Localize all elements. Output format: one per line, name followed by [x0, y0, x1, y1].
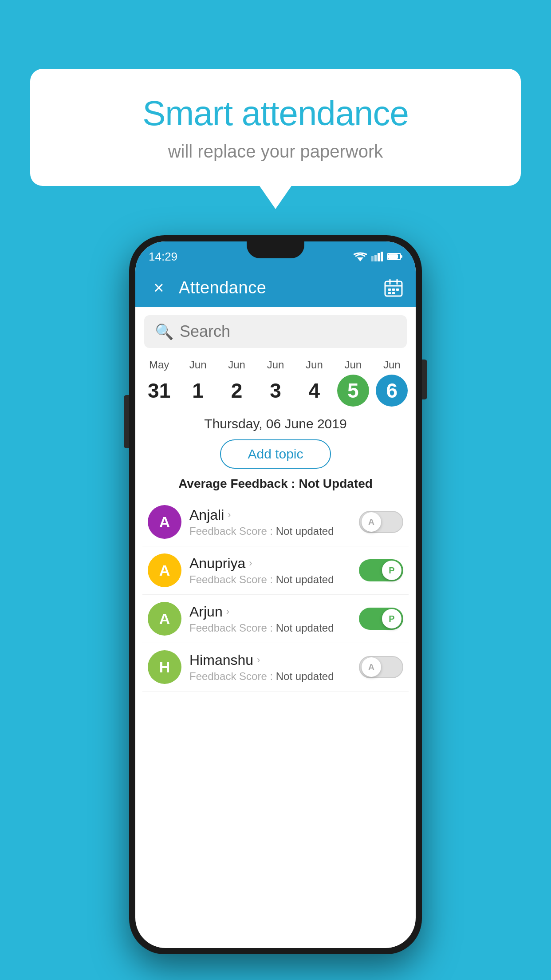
- phone-inner: 14:29 × Attendance: [135, 241, 416, 948]
- phone-outer: 14:29 × Attendance: [129, 235, 422, 954]
- toggle-knob-0: A: [362, 512, 381, 532]
- svg-rect-3: [378, 253, 380, 261]
- close-button[interactable]: ×: [148, 278, 170, 298]
- status-icons: [354, 252, 402, 261]
- phone-wrapper: 14:29 × Attendance: [129, 235, 422, 954]
- calendar-day-5[interactable]: Jun 5: [334, 356, 372, 409]
- toggle-knob-2: P: [382, 609, 401, 628]
- student-name-3: Himanshu ›: [189, 652, 351, 668]
- student-item-1[interactable]: A Anupriya › Feedback Score : Not update…: [142, 546, 409, 595]
- calendar-day-1[interactable]: Jun 1: [178, 356, 217, 409]
- student-name-1: Anupriya ›: [189, 555, 351, 572]
- student-info-3: Himanshu › Feedback Score : Not updated: [189, 652, 351, 683]
- search-input[interactable]: [180, 322, 396, 341]
- svg-rect-2: [374, 255, 377, 261]
- cal-month-2: Jun: [217, 359, 256, 371]
- student-info-0: Anjali › Feedback Score : Not updated: [189, 507, 351, 537]
- cal-date-5: 5: [337, 375, 369, 407]
- cal-date-0: 31: [143, 375, 175, 407]
- cal-month-0: May: [140, 359, 178, 371]
- feedback-score-0: Feedback Score : Not updated: [189, 525, 351, 537]
- chevron-icon-2: ›: [226, 606, 229, 617]
- app-header: × Attendance: [135, 268, 416, 307]
- calendar-header-icon[interactable]: [384, 278, 403, 297]
- selected-date: Thursday, 06 June 2019: [135, 416, 416, 431]
- chevron-icon-0: ›: [228, 509, 231, 521]
- add-topic-button[interactable]: Add topic: [220, 439, 331, 469]
- status-time: 14:29: [149, 250, 177, 264]
- bubble-subtitle: will replace your paperwork: [57, 142, 494, 162]
- phone-notch: [247, 241, 304, 258]
- svg-rect-16: [392, 292, 395, 294]
- feedback-score-3: Feedback Score : Not updated: [189, 670, 351, 683]
- cal-date-1: 1: [182, 375, 214, 407]
- cal-month-6: Jun: [373, 359, 411, 371]
- calendar-day-6[interactable]: Jun 6: [373, 356, 411, 409]
- student-list: A Anjali › Feedback Score : Not updated …: [135, 498, 416, 692]
- student-avatar-3: H: [148, 650, 181, 684]
- svg-rect-14: [396, 288, 399, 291]
- svg-rect-13: [392, 288, 395, 291]
- avg-feedback: Average Feedback : Not Updated: [135, 477, 416, 491]
- calendar-row: May 31 Jun 1 Jun 2 Jun 3 Jun 4 Jun 5 Jun…: [135, 356, 416, 409]
- toggle-knob-3: A: [362, 657, 381, 677]
- student-avatar-0: A: [148, 505, 181, 539]
- student-item-2[interactable]: A Arjun › Feedback Score : Not updated P: [142, 595, 409, 643]
- cal-month-1: Jun: [178, 359, 217, 371]
- cal-date-4: 4: [298, 375, 330, 407]
- attendance-toggle-1[interactable]: P: [359, 559, 403, 581]
- feedback-score-1: Feedback Score : Not updated: [189, 573, 351, 586]
- battery-icon: [387, 253, 402, 261]
- cal-date-3: 3: [260, 375, 291, 407]
- avg-feedback-label: Average Feedback :: [178, 477, 295, 490]
- signal-icon: [371, 252, 383, 261]
- student-info-1: Anupriya › Feedback Score : Not updated: [189, 555, 351, 586]
- cal-month-4: Jun: [295, 359, 334, 371]
- search-icon: 🔍: [155, 323, 173, 340]
- student-info-2: Arjun › Feedback Score : Not updated: [189, 604, 351, 634]
- speech-bubble: Smart attendance will replace your paper…: [30, 69, 521, 186]
- avg-feedback-value: Not Updated: [299, 477, 372, 490]
- wifi-icon: [354, 252, 367, 261]
- calendar-day-0[interactable]: May 31: [140, 356, 178, 409]
- attendance-toggle-0[interactable]: A: [359, 511, 403, 533]
- header-title: Attendance: [179, 278, 375, 297]
- student-name-2: Arjun ›: [189, 604, 351, 620]
- student-name-0: Anjali ›: [189, 507, 351, 523]
- chevron-icon-1: ›: [249, 557, 252, 569]
- svg-rect-15: [388, 292, 391, 294]
- bubble-title: Smart attendance: [57, 93, 494, 134]
- svg-rect-4: [381, 252, 383, 261]
- toggle-knob-1: P: [382, 561, 401, 580]
- search-container: 🔍: [144, 315, 407, 348]
- calendar-day-4[interactable]: Jun 4: [295, 356, 334, 409]
- feedback-score-2: Feedback Score : Not updated: [189, 622, 351, 634]
- svg-marker-0: [357, 257, 363, 261]
- attendance-toggle-3[interactable]: A: [359, 656, 403, 678]
- calendar-day-3[interactable]: Jun 3: [256, 356, 295, 409]
- student-avatar-2: A: [148, 602, 181, 636]
- attendance-toggle-2[interactable]: P: [359, 608, 403, 630]
- cal-date-2: 2: [221, 375, 253, 407]
- cal-date-6: 6: [376, 375, 408, 407]
- student-avatar-1: A: [148, 553, 181, 587]
- student-item-0[interactable]: A Anjali › Feedback Score : Not updated …: [142, 498, 409, 546]
- calendar-day-2[interactable]: Jun 2: [217, 356, 256, 409]
- student-item-3[interactable]: H Himanshu › Feedback Score : Not update…: [142, 643, 409, 692]
- svg-rect-7: [388, 254, 398, 259]
- chevron-icon-3: ›: [257, 654, 260, 666]
- cal-month-5: Jun: [334, 359, 372, 371]
- svg-rect-12: [388, 288, 391, 291]
- svg-rect-1: [371, 256, 374, 261]
- svg-rect-6: [401, 255, 402, 258]
- cal-month-3: Jun: [256, 359, 295, 371]
